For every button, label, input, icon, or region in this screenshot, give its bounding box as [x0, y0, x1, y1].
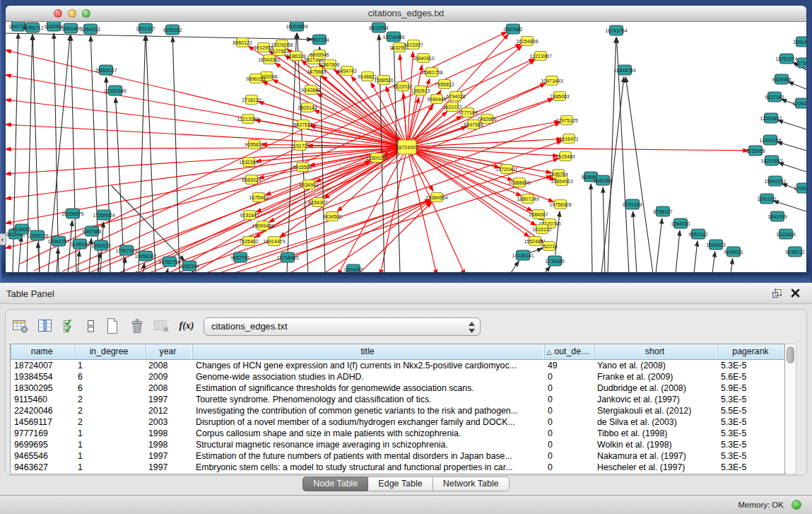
network-node[interactable]: 9457791 [230, 252, 249, 262]
cell-year[interactable]: 2003 [144, 416, 192, 428]
cell-pagerank[interactable]: 5.3E-5 [717, 462, 784, 473]
network-node[interactable]: 1145194 [71, 239, 90, 249]
network-node[interactable]: 1151721 [291, 141, 310, 151]
network-node[interactable]: 15692931 [764, 176, 786, 186]
network-node[interactable]: 1640354 [593, 175, 612, 185]
cell-name[interactable]: 9463627 [11, 462, 73, 473]
network-node[interactable]: 20653107 [95, 65, 117, 75]
cell-short[interactable]: Hescheler et al. (1997) [593, 462, 717, 473]
column-header-short[interactable]: short [593, 344, 717, 359]
cell-short[interactable]: Tibbo et al. (1998) [593, 428, 717, 439]
network-node[interactable]: 16033809 [286, 22, 307, 31]
cell-out_de[interactable]: 49 [543, 359, 593, 371]
cell-year[interactable]: 1998 [144, 439, 192, 450]
table-row[interactable]: 977716911998Corpus callosum shape and si… [11, 428, 784, 439]
network-node[interactable]: 15720407 [495, 165, 517, 174]
cell-name[interactable]: 18724007 [11, 359, 73, 371]
cell-out_de[interactable]: 0 [543, 428, 593, 439]
network-node[interactable]: 20206576 [61, 209, 83, 218]
cell-in_degree[interactable]: 2 [73, 394, 144, 405]
cell-out_de[interactable]: 0 [543, 450, 593, 462]
memory-ok-indicator[interactable] [792, 500, 801, 510]
network-node[interactable]: 6794028 [446, 92, 465, 101]
table-row[interactable]: 1830029562008Estimation of significance … [11, 382, 784, 394]
cell-title[interactable]: Genome-wide association studies in ADHD. [192, 371, 543, 382]
cell-in_degree[interactable]: 6 [73, 382, 144, 394]
cell-year[interactable]: 2008 [144, 382, 192, 394]
network-node[interactable]: 2087682 [503, 24, 522, 34]
cell-year[interactable]: 1998 [144, 428, 192, 439]
cell-name[interactable]: 18300295 [11, 382, 73, 394]
cell-name[interactable]: 9115460 [11, 394, 73, 405]
tab-edge-table[interactable]: Edge Table [368, 477, 433, 491]
cell-in_degree[interactable]: 2 [73, 416, 144, 428]
cell-title[interactable]: Disruption of a novel member of a sodium… [192, 416, 543, 428]
column-header-title[interactable]: title [192, 344, 543, 359]
network-node[interactable]: 6791919 [623, 199, 642, 209]
cell-out_de[interactable]: 0 [543, 416, 593, 428]
table-row[interactable]: 2242004622012Investigating the contribut… [11, 405, 784, 416]
network-node[interactable]: 1641099 [767, 211, 787, 221]
network-node[interactable]: 1292344 [180, 261, 199, 271]
cell-title[interactable]: Structural magnetic resonance image aver… [192, 439, 543, 450]
cell-short[interactable]: de Silva et al. (2003) [593, 416, 717, 428]
network-node[interactable]: 9434502 [322, 212, 341, 221]
table-row[interactable]: 946554611997Estimation of the future num… [11, 450, 784, 462]
network-node[interactable]: 8813054 [369, 23, 388, 33]
network-node[interactable]: 9245031 [724, 247, 743, 257]
network-node[interactable]: 12213399 [237, 115, 259, 124]
cell-out_de[interactable]: 0 [543, 405, 593, 416]
tab-node-table[interactable]: Node Table [302, 477, 368, 491]
network-node[interactable]: 1591458 [793, 37, 806, 47]
cell-short[interactable]: Wolkin et al. (1998) [593, 439, 717, 450]
network-node[interactable]: 9227343 [765, 92, 784, 102]
network-node[interactable]: 1616471 [559, 134, 578, 144]
column-header-out_de[interactable]: △out_de… [543, 344, 593, 359]
network-node[interactable]: 9990445 [427, 95, 446, 104]
cell-name[interactable]: 14569117 [11, 416, 73, 428]
table-settings-icon[interactable] [11, 316, 30, 336]
network-node[interactable]: 16543382 [258, 55, 280, 64]
cell-name[interactable]: 22420046 [11, 405, 73, 416]
cell-title[interactable]: Tourette syndrome. Phenomenology and cla… [192, 394, 543, 405]
network-node[interactable]: 1694523 [706, 240, 725, 250]
column-header-pagerank[interactable]: pagerank [717, 344, 784, 359]
minimize-window-button[interactable] [68, 9, 76, 18]
network-node[interactable]: 9397588 [82, 226, 101, 236]
cell-short[interactable]: Franke et al. (2009) [593, 371, 717, 382]
network-window-titlebar[interactable]: citations_edges.txt [6, 6, 806, 22]
cell-short[interactable]: Jankovic et al. (1997) [593, 394, 717, 405]
network-node[interactable]: 2718120 [242, 95, 261, 105]
cell-name[interactable]: 9777169 [11, 428, 73, 439]
delete-entries-icon[interactable] [128, 316, 146, 336]
network-node[interactable]: 16210643 [760, 156, 782, 165]
network-node[interactable]: 1515469 [555, 152, 575, 161]
cell-out_de[interactable]: 0 [543, 394, 593, 405]
cell-in_degree[interactable]: 1 [73, 359, 144, 371]
cell-out_de[interactable]: 0 [543, 462, 593, 473]
row-height-icon[interactable] [86, 316, 97, 336]
cell-short[interactable]: Stergiakouli et al. (2012) [593, 405, 717, 416]
network-node[interactable]: 7955812 [435, 80, 454, 89]
network-node[interactable]: 16648784 [613, 65, 635, 75]
network-node[interactable]: 14136141 [512, 250, 534, 260]
table-row[interactable]: 1938455462009Genome-wide association stu… [11, 371, 784, 382]
cell-year[interactable]: 2012 [144, 405, 192, 416]
cell-pagerank[interactable]: 5.3E-5 [717, 394, 784, 405]
cell-in_degree[interactable]: 2 [73, 405, 144, 416]
table-row[interactable]: 946362711997Embryonic stem cells: a mode… [11, 462, 784, 473]
cell-name[interactable]: 9699695 [11, 439, 73, 450]
network-node[interactable]: 16782753 [158, 257, 180, 267]
maximize-window-button[interactable] [82, 9, 90, 18]
network-node[interactable]: 9295302 [163, 25, 182, 35]
cell-title[interactable]: Estimation of the future numbers of pati… [192, 450, 543, 462]
cell-year[interactable]: 1997 [144, 462, 192, 473]
network-node[interactable]: 18724007 [396, 140, 418, 154]
cell-pagerank[interactable]: 5.3E-5 [717, 450, 784, 462]
cell-title[interactable]: Corpus callosum shape and size in male p… [192, 428, 543, 439]
cell-short[interactable]: Dudbridge et al. (2008) [593, 382, 717, 394]
network-node[interactable]: 10688809 [508, 178, 530, 187]
column-header-in_degree[interactable]: in_degree [73, 344, 144, 359]
network-node[interactable]: 1023418 [776, 229, 795, 239]
network-node[interactable]: 16743794 [605, 25, 627, 35]
